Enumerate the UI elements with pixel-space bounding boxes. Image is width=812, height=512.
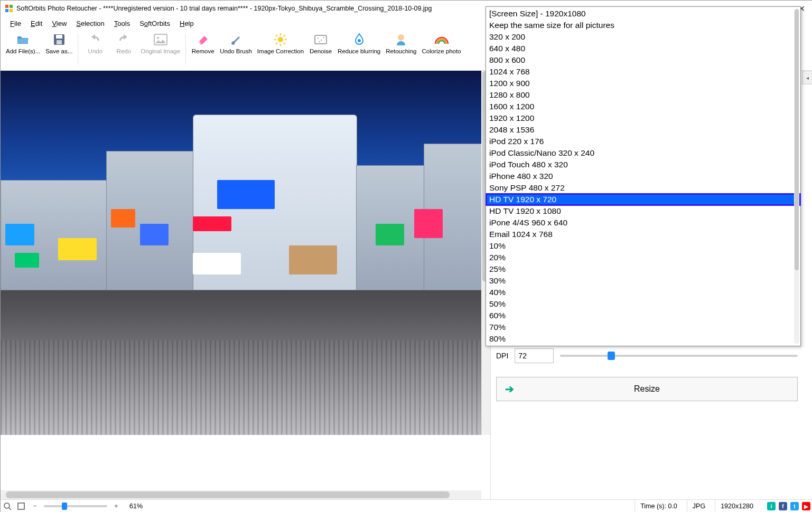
svg-rect-6 xyxy=(57,40,62,44)
svg-point-19 xyxy=(318,37,319,39)
svg-point-25 xyxy=(4,503,10,508)
size-option[interactable]: iPod Touch 480 x 320 xyxy=(486,159,800,170)
folder-open-icon xyxy=(16,32,30,47)
dpi-row: DPI xyxy=(496,348,798,363)
image-correction-button[interactable]: Image Correction xyxy=(255,31,306,56)
svg-point-24 xyxy=(398,34,404,41)
remove-button[interactable]: Remove xyxy=(189,31,217,56)
svg-rect-5 xyxy=(56,35,62,39)
size-option[interactable]: HD TV 1920 x 720 xyxy=(486,194,800,205)
size-option[interactable]: [Screen Size] - 1920x1080 xyxy=(486,8,800,20)
app-logo-icon xyxy=(5,4,13,13)
svg-line-14 xyxy=(276,35,277,36)
svg-line-15 xyxy=(284,43,285,44)
size-option[interactable]: 40% xyxy=(486,287,800,298)
size-option[interactable]: iPone 4/4S 960 x 640 xyxy=(486,217,800,229)
zoom-controls: − + 61% xyxy=(3,501,143,511)
menu-selection[interactable]: Selection xyxy=(72,18,108,29)
size-option[interactable]: 1200 x 900 xyxy=(486,78,800,89)
zoom-out-icon[interactable]: − xyxy=(30,501,40,511)
undo-brush-button[interactable]: Undo Brush xyxy=(218,31,254,56)
svg-rect-27 xyxy=(18,503,24,509)
fit-screen-icon[interactable] xyxy=(16,501,26,511)
size-option[interactable]: iPhone 480 x 320 xyxy=(486,170,800,182)
menu-file[interactable]: File xyxy=(6,18,25,29)
size-option[interactable]: 1920 x 1200 xyxy=(486,112,800,124)
face-icon xyxy=(395,32,407,47)
facebook-icon[interactable]: f xyxy=(779,502,787,510)
status-format: JPG xyxy=(687,500,711,512)
rainbow-icon xyxy=(434,32,449,47)
resize-button[interactable]: ➔ Resize xyxy=(496,377,798,401)
app-window: SoftOrbits Photo Retoucher - ****Unregis… xyxy=(0,0,812,512)
youtube-icon[interactable]: ▶ xyxy=(802,502,810,510)
image-icon xyxy=(154,32,167,47)
redo-button[interactable]: Redo xyxy=(110,31,137,56)
svg-point-8 xyxy=(157,37,159,39)
svg-rect-2 xyxy=(5,9,8,12)
size-option[interactable]: 2048 x 1536 xyxy=(486,124,800,136)
denoise-button[interactable]: Denoise xyxy=(307,31,334,56)
sun-icon xyxy=(274,32,287,47)
menu-edit[interactable]: Edit xyxy=(26,18,46,29)
size-option[interactable]: 20% xyxy=(486,252,800,263)
canvas-panel xyxy=(1,71,490,499)
arrow-right-icon: ➔ xyxy=(505,383,514,395)
size-option[interactable]: 30% xyxy=(486,275,800,287)
size-preset-dropdown[interactable]: [Screen Size] - 1920x1080Keep the same s… xyxy=(486,6,801,346)
size-option[interactable]: 1600 x 1200 xyxy=(486,101,800,112)
dropdown-scrollbar[interactable] xyxy=(794,9,799,344)
dpi-input[interactable] xyxy=(515,348,554,363)
size-option[interactable]: 80% xyxy=(486,333,800,345)
svg-line-17 xyxy=(276,43,277,44)
dpi-slider[interactable] xyxy=(560,355,798,357)
size-option[interactable]: 60% xyxy=(486,310,800,321)
add-files-button[interactable]: Add File(s)... xyxy=(4,31,42,56)
size-option[interactable]: Keep the same size for all pictures xyxy=(486,20,800,31)
zoom-in-icon[interactable]: + xyxy=(111,501,121,511)
image-canvas[interactable] xyxy=(1,71,490,490)
svg-point-23 xyxy=(358,39,361,42)
size-option[interactable]: 25% xyxy=(486,263,800,275)
svg-line-26 xyxy=(9,508,11,510)
menu-help[interactable]: Help xyxy=(175,18,198,29)
save-as-button[interactable]: Save as... xyxy=(43,31,74,56)
size-option[interactable]: 640 x 480 xyxy=(486,43,800,54)
size-option[interactable]: HD TV 1920 x 1080 xyxy=(486,205,800,217)
toolbar-separator xyxy=(78,33,78,65)
size-option[interactable]: iPod Classic/Nano 320 x 240 xyxy=(486,147,800,159)
brush-icon xyxy=(229,32,242,47)
size-option[interactable]: iPod 220 x 176 xyxy=(486,136,800,147)
svg-point-20 xyxy=(321,40,322,41)
horizontal-scrollbar[interactable] xyxy=(1,490,481,499)
svg-point-9 xyxy=(278,37,283,42)
size-option[interactable]: Email 1024 x 768 xyxy=(486,229,800,240)
original-image-button[interactable]: Original Image xyxy=(138,31,182,56)
size-option[interactable]: 10% xyxy=(486,240,800,252)
svg-rect-1 xyxy=(10,5,13,8)
twitter-icon[interactable]: t xyxy=(790,502,799,510)
social-links: i f t ▶ xyxy=(763,502,810,510)
size-option[interactable]: Sony PSP 480 x 272 xyxy=(486,182,800,194)
menu-tools[interactable]: Tools xyxy=(110,18,134,29)
statusbar: − + 61% Time (s): 0.0 JPG 1920x1280 i f … xyxy=(1,499,812,512)
size-option[interactable]: 50% xyxy=(486,298,800,310)
denoise-icon xyxy=(314,32,328,47)
menu-view[interactable]: View xyxy=(48,18,71,29)
status-time: Time (s): 0.0 xyxy=(634,500,683,512)
retouching-button[interactable]: Retouching xyxy=(384,31,418,56)
zoom-reset-icon[interactable] xyxy=(3,501,12,511)
undo-button[interactable]: Undo xyxy=(81,31,109,56)
size-option[interactable]: 1280 x 800 xyxy=(486,89,800,101)
size-option[interactable]: 320 x 200 xyxy=(486,31,800,43)
size-option[interactable]: 1024 x 768 xyxy=(486,66,800,78)
colorize-photo-button[interactable]: Colorize photo xyxy=(419,31,463,56)
zoom-slider[interactable] xyxy=(44,505,107,507)
menu-softorbits[interactable]: SoftOrbits xyxy=(135,18,174,29)
size-option[interactable]: 70% xyxy=(486,321,800,333)
reduce-blurring-button[interactable]: Reduce blurring xyxy=(335,31,382,56)
svg-point-22 xyxy=(319,41,320,42)
info-icon[interactable]: i xyxy=(767,502,776,510)
size-option[interactable]: 800 x 600 xyxy=(486,54,800,66)
panel-collapse-button[interactable]: ◂ xyxy=(802,71,812,84)
